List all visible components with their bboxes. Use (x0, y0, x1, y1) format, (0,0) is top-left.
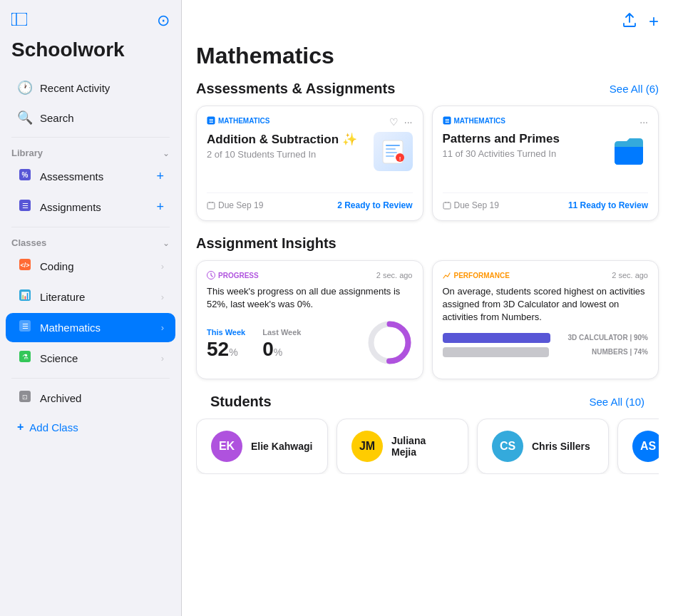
mathematics-label: Mathematics (40, 322, 154, 334)
sidebar-item-literature[interactable]: 📊 Literature › (6, 282, 175, 312)
export-icon[interactable] (622, 12, 637, 31)
student-avatar-ek: EK (211, 431, 242, 462)
search-icon: 🔍 (17, 110, 33, 125)
card-review-1[interactable]: 2 Ready to Review (337, 200, 412, 210)
card-review-2[interactable]: 11 Ready to Review (568, 200, 648, 210)
card-subtitle-1: 2 of 10 Students Turned In (207, 149, 357, 160)
card-actions-2: ··· (639, 116, 648, 128)
library-label: Library (11, 148, 43, 158)
svg-text:☰: ☰ (22, 202, 29, 210)
assignment-card-2[interactable]: ☰ MATHEMATICS ··· Patterns and Primes 11… (432, 106, 659, 221)
assessments-see-all[interactable]: See All (6) (610, 83, 659, 95)
main-content: + Mathematics Assessments & Assignments … (182, 0, 673, 616)
library-chevron-icon[interactable]: ⌄ (163, 148, 170, 158)
sidebar-divider-2 (11, 227, 170, 227)
card-more-icon[interactable]: ··· (404, 116, 413, 128)
assignments-icon: ☰ (17, 199, 33, 215)
coding-icon: </> (17, 258, 33, 274)
assessments-section-title: Assessments & Assignments (196, 81, 395, 97)
progress-insight-card[interactable]: PROGRESS 2 sec. ago This week's progress… (196, 260, 423, 379)
svg-text:📊: 📊 (21, 291, 30, 300)
literature-icon: 📊 (17, 289, 33, 305)
insights-section-title: Assignment Insights (196, 235, 336, 252)
add-button[interactable]: + (649, 11, 659, 31)
sidebar-item-assessments[interactable]: % Assessments + (6, 162, 175, 191)
svg-text:%: % (22, 171, 29, 179)
sidebar-item-label: Search (40, 112, 164, 124)
assignments-label: Assignments (40, 201, 149, 213)
card-thumbnail-1: ! (374, 132, 413, 171)
main-top-bar: + (182, 0, 673, 43)
sidebar-item-science[interactable]: ⚗ Science › (6, 344, 175, 373)
card-subject-tag-1: ☰ MATHEMATICS (207, 116, 269, 125)
card-footer-2: Due Sep 19 11 Ready to Review (443, 192, 649, 210)
svg-rect-25 (207, 202, 215, 209)
add-class-plus-icon: + (17, 421, 24, 433)
numbers-bar (443, 347, 549, 357)
science-chevron-icon: › (161, 353, 164, 364)
sidebar-toggle-icon[interactable] (11, 13, 27, 29)
add-class-label: Add Class (29, 421, 78, 433)
sidebar-item-mathematics[interactable]: ☰ Mathematics › (6, 313, 175, 342)
svg-text:☰: ☰ (209, 118, 213, 123)
card-title-2: Patterns and Primes (443, 132, 560, 146)
students-section: Students See All (10) EK Elie Kahwagi JM… (182, 394, 673, 488)
card-thumbnail-2 (609, 132, 648, 171)
classes-chevron-icon[interactable]: ⌄ (163, 238, 170, 248)
card-header-2: ☰ MATHEMATICS ··· (443, 116, 649, 128)
student-card-ek[interactable]: EK Elie Kahwagi (196, 419, 328, 474)
card-actions-1: ♡ ··· (389, 116, 413, 128)
progress-insight-text: This week's progress on all due assignme… (207, 285, 413, 311)
coding-label: Coding (40, 260, 154, 272)
numbers-bar-label: NUMBERS | 74% (592, 348, 648, 356)
archived-icon: ⊡ (17, 390, 33, 406)
svg-text:☰: ☰ (445, 118, 449, 123)
library-section-header: Library ⌄ (0, 142, 181, 161)
numbers-bar-row: NUMBERS | 74% (443, 347, 649, 357)
student-card-jm[interactable]: JM Juliana Mejia (336, 419, 468, 474)
assessments-label: Assessments (40, 170, 149, 183)
card-header-1: ☰ MATHEMATICS ♡ ··· (207, 116, 413, 128)
students-section-header: Students See All (10) (196, 394, 659, 419)
progress-insight-time: 2 sec. ago (376, 271, 413, 279)
coding-chevron-icon: › (161, 261, 164, 272)
sidebar-item-archived[interactable]: ⊡ Archived (6, 384, 175, 413)
svg-text:</>: </> (20, 262, 29, 269)
performance-insight-header: PERFORMANCE 2 sec. ago (443, 271, 649, 279)
svg-rect-19 (386, 145, 400, 146)
progress-stats: This Week 52% Last Week 0% (207, 319, 413, 369)
sidebar-top-bar: ⊙ (0, 0, 181, 36)
svg-text:☰: ☰ (22, 322, 29, 330)
card-more-icon-2[interactable]: ··· (639, 116, 648, 128)
performance-insight-card[interactable]: PERFORMANCE 2 sec. ago On average, stude… (432, 260, 659, 379)
this-week-stat: This Week 52% (207, 328, 245, 361)
sidebar-item-assignments[interactable]: ☰ Assignments + (6, 192, 175, 222)
insights-section-header: Assignment Insights (182, 235, 673, 260)
sidebar-item-recent[interactable]: 🕐 Recent Activity (6, 73, 175, 102)
student-card-as[interactable]: AS Abbi Stein (617, 419, 659, 474)
literature-label: Literature (40, 291, 154, 303)
student-card-cs[interactable]: CS Chris Sillers (477, 419, 609, 474)
profile-icon[interactable]: ⊙ (157, 11, 170, 30)
science-label: Science (40, 352, 154, 364)
assignments-add-icon[interactable]: + (156, 200, 164, 215)
svg-rect-30 (443, 202, 451, 209)
calc-bar-label: 3D CALCULATOR | 90% (568, 334, 648, 342)
card-due-2: Due Sep 19 (443, 200, 499, 210)
student-name-jm: Juliana Mejia (391, 435, 453, 458)
performance-tag: PERFORMANCE (443, 271, 510, 279)
student-name-cs: Chris Sillers (532, 441, 590, 452)
card-heart-icon[interactable]: ♡ (389, 116, 399, 128)
sidebar-divider (11, 137, 170, 138)
sidebar-item-coding[interactable]: </> Coding › (6, 252, 175, 281)
add-class-item[interactable]: + Add Class (6, 414, 175, 440)
app-title: Schoolwork (0, 36, 181, 73)
this-week-value: 52% (207, 338, 245, 361)
students-see-all[interactable]: See All (10) (589, 396, 644, 408)
sidebar-item-search[interactable]: 🔍 Search (6, 103, 175, 132)
mathematics-chevron-icon: › (161, 322, 164, 333)
assessments-add-icon[interactable]: + (156, 169, 164, 184)
last-week-value: 0% (262, 338, 301, 361)
recent-activity-icon: 🕐 (17, 80, 33, 96)
assignment-card-1[interactable]: ☰ MATHEMATICS ♡ ··· Addition & Subtracti… (196, 106, 423, 221)
